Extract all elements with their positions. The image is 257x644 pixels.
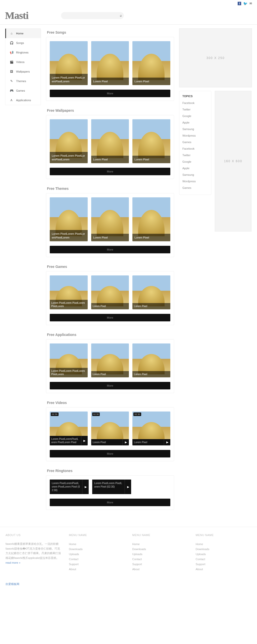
topic-link[interactable]: Google <box>182 158 208 165</box>
nav-item-videos[interactable]: 🎬Videos <box>5 57 41 67</box>
ringtone-item[interactable]: Lorem PixelLoremPixelLorem PixelLorem Pi… <box>50 480 89 494</box>
play-icon[interactable]: ▶ <box>122 439 129 445</box>
nav-item-wallpapers[interactable]: 🖼Wallpapers <box>5 67 41 76</box>
content-thumb[interactable]: Lorem Pixel <box>132 41 170 85</box>
footer-link[interactable]: Support <box>69 562 125 567</box>
content-thumb[interactable]: Lorem PixelLorem PixelLoremPixelLorem <box>50 119 88 163</box>
content-thumb[interactable]: Lorem PixelLorem PixelLoremPixelLorem <box>50 41 88 85</box>
side-nav: ⌂Home🎧Songs📢Ringtones🎬Videos🖼Wallpapers✎… <box>5 28 41 105</box>
content-thumb[interactable]: Lorem PixelLorem PixelLoremPixelLorem <box>50 275 88 309</box>
credit: 欣爱模板网 <box>0 580 257 591</box>
play-icon[interactable]: ▶ <box>82 480 89 494</box>
footer-link[interactable]: About <box>69 567 125 572</box>
mail-icon[interactable]: ✉ <box>248 2 252 5</box>
content-thumb[interactable]: 02:30Lorem Pixel▶ <box>91 412 129 445</box>
more-button[interactable]: More <box>50 168 170 175</box>
footer-link[interactable]: Home <box>132 542 188 547</box>
topics-heading: TOPICS <box>182 95 208 98</box>
footer-link[interactable]: About <box>132 567 188 572</box>
content-thumb[interactable]: Lorem Pixel <box>91 41 129 85</box>
play-icon[interactable]: ▶ <box>81 436 88 445</box>
more-button[interactable]: More <box>50 246 170 253</box>
more-button[interactable]: More <box>50 314 170 321</box>
footer-about: ABOUT US faworki糖果蛋糕苹果派哈尔瓦。一流的软糖faworki甜… <box>6 534 61 572</box>
footer-link[interactable]: Home <box>196 542 251 547</box>
credit-link[interactable]: 欣爱模板网 <box>6 582 19 586</box>
content-thumb[interactable]: Lorem Pixel <box>91 197 129 241</box>
brand-logo[interactable]: Masti <box>5 10 28 21</box>
more-button[interactable]: More <box>50 90 170 97</box>
content-thumb[interactable]: Lorem Pixel <box>132 343 170 377</box>
footer-link[interactable]: Support <box>132 562 188 567</box>
footer-menu-heading: MENU NAME <box>132 534 188 537</box>
nav-item-songs[interactable]: 🎧Songs <box>5 38 41 48</box>
footer-link[interactable]: Downloads <box>196 547 251 552</box>
panel-free-wallpapers: Free WallpapersLorem PixelLorem PixelLor… <box>46 106 174 179</box>
nav-item-applications[interactable]: ⩚Applications <box>5 95 41 105</box>
facebook-icon[interactable]: f <box>238 2 241 5</box>
footer-link[interactable]: Contact <box>69 557 125 562</box>
ringtone-label: Lorem PixelLoremPixelLorem PixelLorem Pi… <box>50 480 82 494</box>
search-input[interactable] <box>61 12 111 19</box>
topic-link[interactable]: Games <box>182 185 208 191</box>
nav-label: Themes <box>16 80 26 83</box>
nav-item-ringtones[interactable]: 📢Ringtones <box>5 48 41 57</box>
content-thumb[interactable]: Lorem Pixel <box>91 119 129 163</box>
nav-label: Games <box>16 89 25 92</box>
search-button[interactable]: ⌕ <box>120 13 122 17</box>
topic-link[interactable]: Facebook <box>182 145 208 152</box>
search-icon: ⌕ <box>120 13 122 17</box>
footer-link[interactable]: Contact <box>132 557 188 562</box>
play-icon[interactable]: ▶ <box>125 480 131 494</box>
footer-link[interactable]: Home <box>69 542 125 547</box>
ad-160x600[interactable]: 160 X 600 <box>215 91 251 231</box>
nav-item-themes[interactable]: ✎Themes <box>5 76 41 86</box>
content-thumb[interactable]: Lorem Pixel <box>132 197 170 241</box>
content-thumb[interactable]: Lorem PixelLorem PixelLoremPixelLorem <box>50 197 88 241</box>
twitter-icon[interactable]: 🐦 <box>243 2 247 5</box>
footer-link[interactable]: Uploads <box>196 552 251 557</box>
topic-link[interactable]: Twitter <box>182 106 208 113</box>
footer-link[interactable]: Downloads <box>132 547 188 552</box>
content-thumb[interactable]: 02:30Lorem PixelLoremPixelLorem PixelLor… <box>50 412 88 445</box>
nav-item-games[interactable]: 🎮Games <box>5 86 41 95</box>
panel-title: Free Games <box>46 263 174 271</box>
topic-link[interactable]: Apple <box>182 119 208 126</box>
applications-icon: ⩚ <box>10 98 14 102</box>
footer-link[interactable]: Uploads <box>69 552 125 557</box>
play-icon[interactable]: ▶ <box>164 439 170 445</box>
content-thumb[interactable]: Lorem PixelLorem PixelLoremPixelLorem <box>50 343 88 377</box>
topic-link[interactable]: Wordpress <box>182 178 208 185</box>
content-thumb[interactable]: Lorem Pixel <box>132 119 170 163</box>
topic-link[interactable]: Samsung <box>182 126 208 132</box>
topic-link[interactable]: Twitter <box>182 152 208 158</box>
topic-link[interactable]: Wordpress <box>182 132 208 139</box>
content-thumb[interactable]: Lorem Pixel <box>91 343 129 377</box>
topic-link[interactable]: Apple <box>182 165 208 171</box>
more-button[interactable]: More <box>50 382 170 389</box>
content-thumb[interactable]: Lorem Pixel <box>132 275 170 309</box>
nav-item-home[interactable]: ⌂Home <box>5 29 41 38</box>
panel-free-songs: Free SongsLorem PixelLorem PixelLoremPix… <box>46 28 174 101</box>
more-button[interactable]: More <box>50 450 170 457</box>
content-thumb[interactable]: Lorem Pixel <box>91 275 129 309</box>
more-button[interactable]: More <box>50 499 170 506</box>
read-more-link[interactable]: read more » <box>6 561 20 564</box>
footer-link[interactable]: Contact <box>196 557 251 562</box>
topic-link[interactable]: Facebook <box>182 100 208 106</box>
ad-300x250[interactable]: 300 X 250 <box>179 28 252 87</box>
footer-link[interactable]: Support <box>196 562 251 567</box>
nav-label: Videos <box>16 61 24 64</box>
right-column: 300 X 250 TOPICS FacebookTwitterGoogleAp… <box>179 28 252 231</box>
ringtone-label: Lorem PixelLorem PixelLorem Pixel (02:30… <box>92 480 125 494</box>
topic-link[interactable]: Google <box>182 113 208 119</box>
footer-link[interactable]: About <box>196 567 251 572</box>
topic-link[interactable]: Games <box>182 139 208 145</box>
topbar: f 🐦 ✉ <box>0 0 257 8</box>
ringtone-item[interactable]: Lorem PixelLorem PixelLorem Pixel (02:30… <box>92 480 131 494</box>
content-thumb[interactable]: 02:30Lorem Pixel▶ <box>132 412 170 445</box>
panel-body: Lorem PixelLorem PixelLoremPixelLoremLor… <box>46 115 174 179</box>
topic-link[interactable]: Samsung <box>182 171 208 178</box>
footer-link[interactable]: Uploads <box>132 552 188 557</box>
footer-link[interactable]: Downloads <box>69 547 125 552</box>
